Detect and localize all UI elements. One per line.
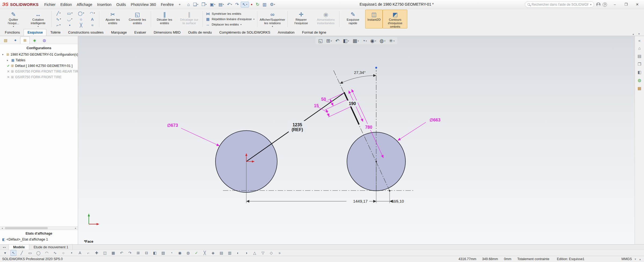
section-view-icon[interactable]: ◧▾ xyxy=(343,38,349,44)
panel-horizontal-scrollbar[interactable]: ◂ ▸ xyxy=(0,226,78,230)
move-entities-button[interactable]: ↔ Déplacer les entités ▾ xyxy=(206,22,254,27)
minimize-button[interactable]: – xyxy=(609,1,620,9)
scroll-left-icon[interactable]: ◂ xyxy=(0,227,4,229)
menu-outils[interactable]: Outils xyxy=(114,2,129,8)
file-properties-icon[interactable]: ▥ xyxy=(261,2,268,7)
construction-tool-icon[interactable]: ╳ xyxy=(80,22,82,28)
sketch-tool-icon[interactable]: ◑ xyxy=(243,250,249,256)
point-tool-icon[interactable]: • xyxy=(69,22,70,28)
tree-row-root[interactable]: ▾ ⊞ 1980 KZ750 GEOMETRY-01 Configuration… xyxy=(0,52,78,57)
sketch-tool-icon[interactable]: ◔ xyxy=(169,250,174,256)
sketch-point[interactable] xyxy=(358,123,359,124)
fillet-tool-icon[interactable]: ⌐▾ xyxy=(57,22,61,28)
tab-modele[interactable]: Modèle xyxy=(9,245,29,250)
shaded-sketch-contours-button[interactable]: ◩ Contours d'esquisse ombrés xyxy=(383,10,407,28)
tree-row-default-config[interactable]: ✓ ⊞ Défaut [ 1980 KZ750 GEOMETRY-01 ] xyxy=(0,63,78,69)
tab-fonctions[interactable]: Fonctions xyxy=(1,29,24,36)
arc3pt-tool-icon[interactable]: ◡▾ xyxy=(67,16,72,22)
trim-entities-button[interactable]: ✂ Ajuster les entités xyxy=(100,10,125,28)
menu-affichage[interactable]: Affichage xyxy=(74,2,95,8)
previous-view-icon[interactable]: ↶ xyxy=(335,38,339,44)
sketch-point[interactable] xyxy=(343,92,345,93)
chevron-down-icon[interactable]: ▾ xyxy=(231,3,232,6)
propertymanager-tab-icon[interactable]: ✦ xyxy=(10,37,20,44)
display-state-row[interactable]: ◧ <Défaut>_Etat d'affichage 1 xyxy=(0,236,78,242)
scroll-tabs-right-icon[interactable]: ▸ xyxy=(5,246,6,249)
dim-fork-780[interactable]: 780 xyxy=(365,125,372,130)
close-button[interactable]: ✕ xyxy=(632,1,643,9)
fork-line[interactable] xyxy=(344,93,359,124)
home-icon[interactable]: ⌂ xyxy=(186,2,191,7)
trail-point[interactable] xyxy=(389,190,390,191)
menu-insertion[interactable]: Insertion xyxy=(95,2,114,8)
circle-tool-icon[interactable]: ◯▾ xyxy=(78,10,84,16)
menu-fichier[interactable]: Fichier xyxy=(42,2,58,8)
sketch-tool-icon[interactable]: ↷ xyxy=(127,250,133,256)
sketch-tool-icon[interactable]: ▽ xyxy=(260,250,266,256)
dim-trail[interactable]: 115,10 xyxy=(392,199,404,203)
collapse-ribbon-icon[interactable]: ▴ xyxy=(632,32,634,36)
menu-photoview[interactable]: PhotoView 360 xyxy=(128,2,158,8)
restore-button[interactable]: ❐ xyxy=(620,1,632,9)
scrollbar-thumb[interactable] xyxy=(5,227,48,229)
front-wheel-center-point[interactable] xyxy=(375,161,377,162)
tab-evaluer[interactable]: Evaluer xyxy=(131,29,150,36)
displaymanager-tab-icon[interactable]: ◍ xyxy=(39,37,49,44)
sketch-tool-icon[interactable]: ╱ xyxy=(19,250,25,256)
dimxpertmanager-tab-icon[interactable]: ◈ xyxy=(30,37,39,44)
sketch-tool-icon[interactable]: ◈ xyxy=(210,250,216,256)
instant2d-button[interactable]: ◫ Instant2D xyxy=(365,10,383,28)
pin-ribbon-icon[interactable]: ✦ xyxy=(638,32,640,36)
select-tool-icon[interactable]: ↖▾ xyxy=(241,2,249,8)
sketch-tool-icon[interactable]: ◧ xyxy=(152,250,158,256)
help-search-box[interactable]: ▾ xyxy=(525,1,594,8)
tab-outils-de-rendu[interactable]: Outils de rendu xyxy=(184,29,215,36)
sketch-tool-icon[interactable]: ◍ xyxy=(185,250,191,256)
sketch-tool-icon[interactable]: • xyxy=(69,250,75,256)
new-document-icon[interactable]: ❏▾ xyxy=(192,2,199,7)
arc-tool-icon[interactable]: ◠▾ xyxy=(90,10,95,16)
tab-esquisse[interactable]: Esquisse xyxy=(24,29,46,36)
search-input[interactable] xyxy=(532,3,588,6)
record-macro-icon[interactable]: ● xyxy=(250,2,254,6)
sketch-tool-icon[interactable]: ✓ xyxy=(193,250,199,256)
chevron-down-icon[interactable]: ▾ xyxy=(272,25,273,28)
repair-sketch-button[interactable]: ✛ Réparer l'esquisse xyxy=(289,10,313,28)
sketch-tool-icon[interactable]: ▧ xyxy=(160,250,166,256)
tree-row-config-gsxr-front[interactable]: ✕ ⊞ GSXR750 FORK-FRONT TIRE xyxy=(0,74,78,80)
sketch-tool-icon[interactable]: ∿ xyxy=(52,250,58,256)
dim-rear-diameter[interactable]: ∅673 xyxy=(167,123,178,128)
sketch-tool-icon[interactable]: ▭ xyxy=(27,250,33,256)
tab-constructions-soudees[interactable]: Constructions soudées xyxy=(64,29,107,36)
sketch-point-selected[interactable] xyxy=(375,67,377,69)
open-icon[interactable]: ❐▾ xyxy=(200,2,208,7)
scroll-tabs-left-icon[interactable]: ◂ xyxy=(3,246,4,249)
chevron-down-icon[interactable]: ▾ xyxy=(206,3,207,6)
featuremanager-tab-icon[interactable]: ▤ xyxy=(1,37,10,44)
units-selector[interactable]: MMGS xyxy=(621,257,632,261)
sketch-tool-icon[interactable]: ╳ xyxy=(202,250,208,256)
sketch-tool-icon[interactable]: ↖ xyxy=(10,250,16,256)
chevron-down-icon[interactable]: ▾ xyxy=(223,3,224,6)
sketch-tool-icon[interactable]: ⌐ xyxy=(85,250,91,256)
dim-rake-angle[interactable]: 27,34° xyxy=(354,70,366,75)
text-tool-icon[interactable]: A xyxy=(91,16,94,22)
sketch-tool-icon[interactable]: ▥ xyxy=(227,250,233,256)
dim-frame-ref[interactable]: (REF) xyxy=(292,127,303,132)
appearances-icon[interactable]: ◍ xyxy=(638,78,641,83)
dim-offset-15[interactable]: 15 xyxy=(314,103,319,108)
custom-properties-icon[interactable]: ▦ xyxy=(638,86,641,91)
help-icon[interactable]: ? xyxy=(603,2,607,7)
expand-task-pane-icon[interactable]: « xyxy=(638,38,641,43)
rectangle-tool-icon[interactable]: ▭▾ xyxy=(67,10,72,16)
sketch-tool-icon[interactable]: ◠ xyxy=(44,250,50,256)
offset-entities-button[interactable]: ∥ Décaler les entités xyxy=(152,10,177,28)
chevron-down-icon[interactable]: ▾ xyxy=(635,257,636,261)
sketch-tool-icon[interactable]: △ xyxy=(252,250,258,256)
undo-icon[interactable]: ↶▾ xyxy=(226,2,233,7)
view-palette-icon[interactable]: ◧ xyxy=(638,70,641,75)
spline-tool-icon[interactable]: ∿▾ xyxy=(56,16,61,22)
dim-front-diameter[interactable]: ∅663 xyxy=(430,118,441,122)
ellipse-tool-icon[interactable]: ○ xyxy=(80,16,82,22)
print-icon[interactable]: ▤▾ xyxy=(217,2,225,7)
